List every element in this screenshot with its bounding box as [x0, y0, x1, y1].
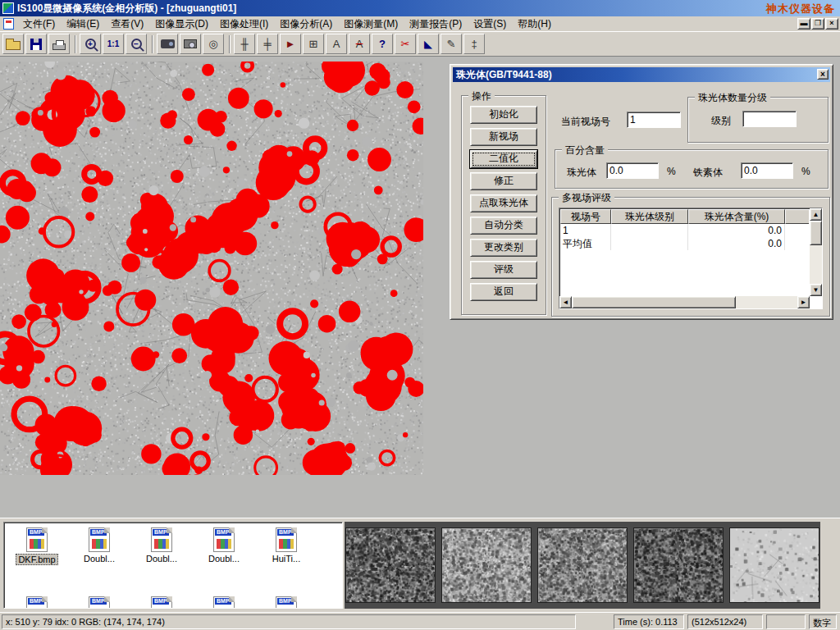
- mdi-restore-button[interactable]: ❐: [811, 18, 824, 30]
- menu-edit[interactable]: 编辑(E): [61, 16, 105, 33]
- toolbar-separator: [152, 35, 153, 53]
- menu-settings[interactable]: 设置(S): [468, 16, 512, 33]
- thumbnail-3[interactable]: [537, 527, 628, 603]
- dialog-title-bar[interactable]: 珠光体(GB/T9441-88) ×: [453, 67, 830, 82]
- mdi-close-button[interactable]: ×: [825, 18, 838, 30]
- vertical-scroll-thumb[interactable]: [810, 221, 822, 245]
- file-item[interactable]: BMP: [193, 593, 255, 609]
- application-window: IS100显微摄像系统(金相分析版) - [zhuguangti01] 神木仪器…: [0, 0, 840, 630]
- file-panel: BMP DKF.bmp BMP Doubl... BMP Doubl... BM…: [0, 518, 840, 612]
- file-item[interactable]: BMP: [255, 593, 317, 609]
- set-square-icon: ◣: [424, 39, 432, 49]
- file-item[interactable]: BMP Doubl...: [130, 524, 193, 565]
- video-capture-button[interactable]: [157, 34, 178, 54]
- flag-marker-button[interactable]: ►: [280, 34, 301, 54]
- caliper-measure-button[interactable]: ╫: [234, 34, 255, 54]
- vertical-scrollbar[interactable]: ▲ ▼: [810, 208, 822, 296]
- save-icon: [30, 39, 42, 50]
- pick-pearlite-button[interactable]: 点取珠光体: [470, 194, 537, 212]
- scroll-down-icon[interactable]: ▼: [810, 284, 822, 296]
- bmp-file-icon: BMP: [213, 527, 235, 552]
- thumbnail-5[interactable]: [729, 527, 819, 603]
- scroll-right-icon[interactable]: ►: [797, 296, 810, 308]
- actual-size-button[interactable]: 1:1: [103, 34, 124, 54]
- return-button[interactable]: 返回: [470, 283, 537, 301]
- grid-count-button[interactable]: ⊞: [303, 34, 324, 54]
- cursor-position-status: x: 510 y: 79 idx: 0 RGB: (174, 174, 174): [2, 614, 576, 629]
- file-item[interactable]: BMP: [6, 593, 68, 609]
- bmp-file-icon: BMP: [151, 596, 172, 609]
- zoom-out-button[interactable]: −: [126, 34, 147, 54]
- marker-icon: ‡: [471, 39, 477, 49]
- open-button[interactable]: [2, 34, 24, 54]
- file-item[interactable]: BMP Doubl...: [68, 524, 130, 565]
- file-item[interactable]: BMP Doubl...: [193, 524, 255, 565]
- save-button[interactable]: [25, 34, 47, 54]
- file-item[interactable]: BMP: [130, 593, 193, 609]
- table-row[interactable]: 1 0.0: [560, 224, 809, 237]
- mdi-document-icon[interactable]: [3, 18, 14, 30]
- file-item[interactable]: BMP: [68, 593, 130, 609]
- new-field-button[interactable]: 新视场: [470, 128, 537, 146]
- marker-stamp-button[interactable]: ‡: [463, 34, 485, 54]
- text-annotate-button[interactable]: A: [326, 34, 347, 54]
- change-class-button[interactable]: 更改类别: [470, 239, 537, 257]
- text-delete-button[interactable]: A: [349, 34, 370, 54]
- file-name: Doubl...: [207, 554, 241, 564]
- capture-target-button[interactable]: ◎: [203, 34, 224, 54]
- dialog-title: 珠光体(GB/T9441-88): [456, 68, 552, 82]
- micrograph-image[interactable]: [0, 62, 423, 475]
- micrometer-measure-button[interactable]: ╪: [257, 34, 278, 54]
- set-square-button[interactable]: ◣: [418, 34, 439, 54]
- menu-image-display[interactable]: 图像显示(D): [149, 16, 214, 33]
- init-button[interactable]: 初始化: [470, 106, 537, 124]
- ferrite-percent-input[interactable]: 0.0: [741, 162, 793, 179]
- thumbnail-4[interactable]: [633, 527, 724, 603]
- menu-image-process[interactable]: 图像处理(I): [214, 16, 274, 33]
- scroll-up-icon[interactable]: ▲: [810, 208, 822, 221]
- level-label: 级别: [711, 114, 731, 128]
- help-icon: ?: [379, 39, 386, 49]
- menu-file[interactable]: 文件(F): [17, 16, 61, 33]
- time-status: Time (s): 0.113: [614, 614, 684, 629]
- menu-report[interactable]: 测量报告(P): [404, 16, 468, 33]
- binarize-button[interactable]: 二值化: [470, 150, 537, 168]
- dialog-close-button[interactable]: ×: [817, 69, 829, 80]
- menu-image-analysis[interactable]: 图像分析(A): [274, 16, 338, 33]
- title-bar[interactable]: IS100显微摄像系统(金相分析版) - [zhuguangti01]: [0, 0, 840, 16]
- menu-view[interactable]: 查看(V): [105, 16, 149, 33]
- actual-size-icon: 1:1: [107, 39, 119, 48]
- grading-legend: 珠光体数量分级: [695, 91, 770, 105]
- pearlite-percent-input[interactable]: 0.0: [606, 162, 659, 179]
- table-row[interactable]: 平均值 0.0: [560, 237, 809, 250]
- correct-button[interactable]: 修正: [470, 172, 537, 190]
- help-button[interactable]: ?: [372, 34, 393, 54]
- thumbnail-1[interactable]: [345, 527, 436, 603]
- current-field-input[interactable]: 1: [627, 112, 681, 128]
- pencil-annotate-button[interactable]: ✎: [441, 34, 462, 54]
- auto-classify-button[interactable]: 自动分类: [470, 217, 537, 235]
- horizontal-scrollbar[interactable]: ◄ ►: [559, 296, 810, 308]
- grid-icon: ⊞: [309, 39, 318, 49]
- column-content: 珠光体含量(%): [688, 209, 785, 224]
- file-item[interactable]: BMP HuiTi...: [255, 524, 317, 565]
- scroll-left-icon[interactable]: ◄: [559, 296, 572, 308]
- camera-capture-button[interactable]: [180, 34, 201, 54]
- micrometer-icon: ╪: [263, 39, 271, 49]
- column-ferrite: 铁素: [785, 209, 809, 224]
- zoom-in-button[interactable]: +: [80, 34, 101, 54]
- grade-button[interactable]: 评级: [470, 261, 537, 279]
- file-item[interactable]: BMP DKF.bmp: [6, 524, 68, 565]
- horizontal-scroll-thumb[interactable]: [572, 296, 736, 308]
- file-list[interactable]: BMP DKF.bmp BMP Doubl... BMP Doubl... BM…: [3, 522, 343, 609]
- caliper-icon: ╫: [240, 39, 248, 49]
- menu-image-measure[interactable]: 图像测量(M): [338, 16, 404, 33]
- mdi-minimize-button[interactable]: ▬: [797, 18, 810, 30]
- current-field-label: 当前视场号: [561, 115, 610, 129]
- menu-help[interactable]: 帮助(H): [512, 16, 557, 33]
- cut-button[interactable]: ✂: [395, 34, 416, 54]
- level-input[interactable]: [742, 111, 797, 127]
- print-button[interactable]: [48, 34, 70, 54]
- thumbnail-2[interactable]: [441, 527, 532, 603]
- percent-group: 百分含量 珠光体 0.0 % 铁素体 0.0 %: [555, 149, 829, 189]
